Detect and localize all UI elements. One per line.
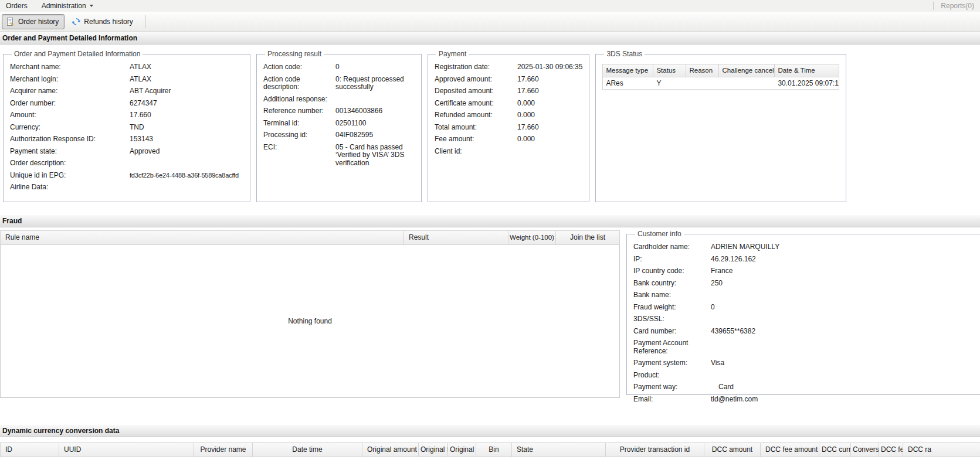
column-header-status[interactable]: Status <box>653 64 686 77</box>
order-history-button[interactable]: Order history <box>2 14 65 29</box>
menu-administration[interactable]: Administration <box>42 2 93 10</box>
field-label: Client id: <box>435 148 517 156</box>
field-value: 17.660 <box>517 87 539 96</box>
field-value: 250 <box>711 280 723 288</box>
column-header-join-the-list[interactable]: Join the list <box>556 231 619 244</box>
menu-reports[interactable]: Reports(0) <box>941 2 974 10</box>
detail-panels: Order and Payment Detailed Information M… <box>0 45 980 214</box>
column-header-id[interactable]: ID <box>1 443 59 457</box>
column-header-dcc-fee[interactable]: DCC fee <box>879 443 903 457</box>
cell-reason <box>686 77 719 90</box>
customer-info-panel: Customer info Cardholder name:ADRIEN MAR… <box>626 230 980 395</box>
menu-separator <box>933 2 934 10</box>
field-value: 02501100 <box>335 120 367 128</box>
field-label: Product: <box>633 372 711 380</box>
field-value: Card <box>711 383 734 391</box>
field-label: Registration date: <box>435 63 517 71</box>
document-icon <box>6 17 15 26</box>
column-header-date-time[interactable]: Date time <box>253 443 362 457</box>
field-label: IP country code: <box>633 267 711 275</box>
column-header-message-type[interactable]: Message type <box>603 64 653 77</box>
dcc-section-header: Dynamic currency conversion data <box>0 424 980 437</box>
field-label: Card number: <box>633 328 711 336</box>
nothing-found-text: Nothing found <box>288 317 332 325</box>
column-header-provider-transaction-id[interactable]: Provider transaction id <box>606 443 704 457</box>
column-header-dcc-fee-amount[interactable]: DCC fee amount <box>761 443 819 457</box>
field-value: 001346003866 <box>335 107 382 115</box>
payment-panel: Payment Registration date:2025-01-30 09:… <box>428 50 589 202</box>
threeds-table-row[interactable]: ARes Y 30.01.2025 09:07:11 <box>603 77 839 90</box>
field-label: Order description: <box>10 159 130 168</box>
field-label: Authorization Response ID: <box>10 135 130 144</box>
field-label: Certificate amount: <box>435 100 517 108</box>
field-label: Merchant name: <box>10 63 130 71</box>
threeds-status-legend: 3DS Status <box>604 50 645 58</box>
column-header-uuid[interactable]: UUID <box>59 443 194 457</box>
chevron-down-icon <box>90 5 93 7</box>
column-header-original-amount[interactable]: Original amount <box>362 443 419 457</box>
column-header-dcc-currency[interactable]: DCC curr <box>819 443 851 457</box>
field-label: Fee amount: <box>435 135 517 144</box>
column-header-date-time[interactable]: Date & Time <box>775 64 839 77</box>
cell-message-type: ARes <box>603 77 653 90</box>
customer-info-legend: Customer info <box>635 230 684 238</box>
field-label: Reference number: <box>263 107 335 115</box>
field-label: Acquirer name: <box>10 87 130 96</box>
field-label: Payment way: <box>633 383 711 391</box>
field-value: 0 <box>335 63 340 71</box>
field-label: Payment state: <box>10 148 130 156</box>
field-value: ADRIEN MARQUILLY <box>711 243 779 251</box>
menu-orders[interactable]: Orders <box>6 2 28 10</box>
fraud-table-header: Rule name Result Weight (0-100) Join the… <box>0 230 620 245</box>
toolbar: Order history Refunds history <box>0 12 980 32</box>
column-header-weight[interactable]: Weight (0-100) <box>508 231 556 244</box>
column-header-rule-name[interactable]: Rule name <box>1 231 404 244</box>
threeds-table: Message type Status Reason Challenge can… <box>602 64 839 90</box>
column-header-challenge-cancel[interactable]: Challenge cancel <box>719 64 775 77</box>
column-header-result[interactable]: Result <box>404 231 508 244</box>
column-header-dcc-rate[interactable]: DCC ra <box>903 443 980 457</box>
column-header-conversion[interactable]: Conversi <box>851 443 879 457</box>
field-label: Payment Account Reference: <box>633 339 711 355</box>
payment-legend: Payment <box>436 50 469 58</box>
column-header-reason[interactable]: Reason <box>686 64 719 77</box>
field-value: ATLAX <box>130 76 151 84</box>
refunds-history-button[interactable]: Refunds history <box>67 14 138 29</box>
field-label: Refunded amount: <box>435 111 517 120</box>
field-label: Airline Data: <box>10 183 130 192</box>
field-label: Action code description: <box>263 76 335 91</box>
fraud-table: Rule name Result Weight (0-100) Join the… <box>0 230 620 398</box>
field-label: Additional response: <box>263 96 335 104</box>
refresh-icon <box>72 17 81 26</box>
field-value: TND <box>130 124 144 132</box>
cell-date-time: 30.01.2025 09:07:11 <box>775 77 839 90</box>
field-value: 04IF082595 <box>335 131 373 139</box>
order-info-panel: Order and Payment Detailed Information M… <box>3 50 250 202</box>
field-label: Currency: <box>10 124 130 132</box>
cell-status: Y <box>653 77 686 90</box>
field-value: 05 - Card has passed ‘Verified by VISA’ … <box>335 144 415 168</box>
column-header-original-currency[interactable]: Original c <box>448 443 476 457</box>
field-value: 0 <box>711 304 715 312</box>
field-value: 2025-01-30 09:06:35 <box>517 63 582 71</box>
field-value: France <box>711 267 733 275</box>
column-header-original-fee[interactable]: Original f <box>419 443 448 457</box>
field-label: Fraud weight: <box>633 304 711 312</box>
column-header-dcc-amount[interactable]: DCC amount <box>704 443 761 457</box>
field-label: Processing id: <box>263 131 335 139</box>
column-header-state[interactable]: State <box>512 443 606 457</box>
toolbar-separator <box>145 15 146 28</box>
column-header-bin[interactable]: Bin <box>476 443 512 457</box>
fraud-region: Rule name Result Weight (0-100) Join the… <box>0 227 980 424</box>
fraud-section-header: Fraud <box>0 214 980 227</box>
field-label: IP: <box>633 256 711 264</box>
field-label: Amount: <box>10 111 130 120</box>
dcc-section-title: Dynamic currency conversion data <box>2 427 119 435</box>
field-label: Unique id in EPG: <box>10 172 130 180</box>
column-header-provider-name[interactable]: Provider name <box>194 443 253 457</box>
field-label: Bank country: <box>633 280 711 288</box>
processing-result-legend: Processing result <box>265 50 324 58</box>
field-label: Terminal id: <box>263 120 335 128</box>
field-value: 17.660 <box>517 124 539 132</box>
cell-challenge-cancel <box>719 77 775 90</box>
